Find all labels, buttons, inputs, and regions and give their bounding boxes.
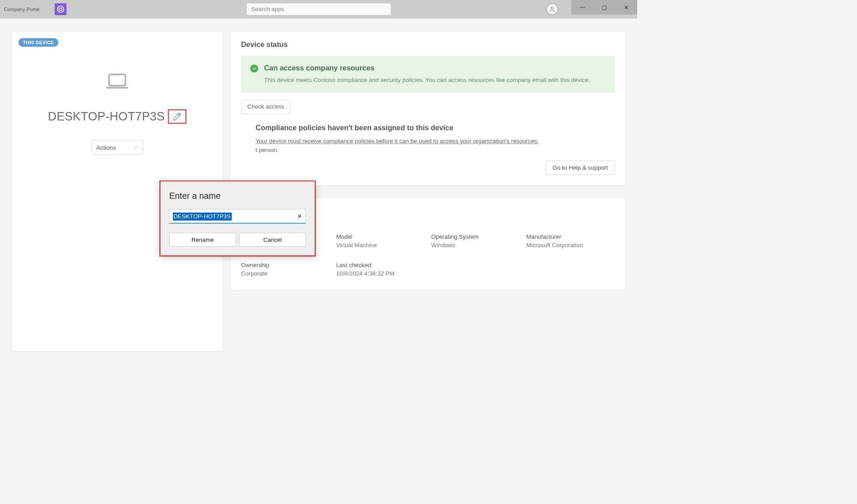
detail-value: Microsoft Corporation <box>526 242 615 249</box>
actions-dropdown[interactable]: Actions <box>92 140 143 155</box>
detail-item: Operating System Windows <box>431 233 520 248</box>
device-icon-wrap <box>19 73 216 91</box>
device-name-row: DESKTOP-HOT7P3S <box>19 109 216 124</box>
clear-input-icon[interactable]: ✕ <box>297 213 302 220</box>
cancel-button[interactable]: Cancel <box>239 233 306 247</box>
svg-point-0 <box>57 6 63 12</box>
chevron-down-icon <box>133 145 138 150</box>
detail-label: Last checked: <box>336 262 425 269</box>
compliance-desc-2: t person. <box>256 146 615 155</box>
detail-value: 10/8/2024 4:36:32 PM <box>336 270 425 277</box>
rename-input[interactable] <box>169 209 306 224</box>
detail-label: Model <box>336 233 425 240</box>
window-controls: — ▢ ✕ <box>571 0 637 15</box>
device-status-section: Device status Can access company resourc… <box>230 31 625 185</box>
check-access-button[interactable]: Check access <box>241 100 291 114</box>
detail-label: Ownership <box>241 262 330 269</box>
edit-name-highlight <box>168 109 187 124</box>
detail-item: Ownership Corporate <box>241 262 330 277</box>
detail-value: Windows <box>431 242 520 249</box>
rename-button[interactable]: Rename <box>169 233 236 247</box>
close-button[interactable]: ✕ <box>615 0 637 15</box>
detail-item: Model Virtual Machine <box>336 233 425 248</box>
help-support-button[interactable]: Go to Help & support <box>546 161 615 175</box>
search-wrap <box>246 3 391 16</box>
status-heading: Device status <box>241 40 615 49</box>
user-icon <box>549 6 556 13</box>
laptop-icon <box>106 73 129 89</box>
search-input[interactable] <box>246 3 391 16</box>
actions-label: Actions <box>97 144 116 151</box>
detail-item: Manufacturer Microsoft Corporation <box>526 233 615 248</box>
compliance-title: Compliance policies haven't been assigne… <box>256 124 615 132</box>
device-name: DESKTOP-HOT7P3S <box>48 110 165 124</box>
rename-dialog-highlight: Enter a name DESKTOP-HOT7P3S ✕ Rename Ca… <box>159 180 316 256</box>
rename-dialog: Enter a name DESKTOP-HOT7P3S ✕ Rename Ca… <box>160 182 315 256</box>
dialog-input-wrap: DESKTOP-HOT7P3S ✕ <box>169 209 306 224</box>
detail-label: Manufacturer <box>526 233 615 240</box>
status-banner: Can access company resources This device… <box>241 56 615 93</box>
minimize-button[interactable]: — <box>571 0 593 15</box>
app-logo <box>54 3 66 15</box>
detail-value: Virtual Machine <box>336 242 425 249</box>
this-device-badge: THIS DEVICE <box>19 38 58 47</box>
dialog-title: Enter a name <box>169 191 306 201</box>
titlebar: Company Portal — ▢ ✕ <box>0 0 637 19</box>
status-desc: This device meets Contoso compliance and… <box>264 76 590 85</box>
svg-point-2 <box>551 7 553 9</box>
svg-point-1 <box>59 8 62 11</box>
status-title: Can access company resources <box>264 64 590 72</box>
dialog-buttons: Rename Cancel <box>169 233 306 247</box>
compliance-desc: Your device must receive compliance poli… <box>256 138 539 145</box>
pencil-icon[interactable] <box>172 112 182 121</box>
detail-value: Corporate <box>241 270 330 277</box>
portal-logo-icon <box>56 5 65 13</box>
app-title: Company Portal <box>4 6 39 12</box>
main-content: THIS DEVICE DESKTOP-HOT7P3S Actions De <box>0 19 637 364</box>
svg-rect-4 <box>106 87 128 89</box>
detail-label: Operating System <box>431 233 520 240</box>
compliance-block: Compliance policies haven't been assigne… <box>241 124 615 155</box>
maximize-button[interactable]: ▢ <box>593 0 616 15</box>
svg-rect-3 <box>109 74 125 85</box>
check-circle-icon <box>250 65 258 73</box>
user-avatar[interactable] <box>546 3 558 15</box>
detail-item: Last checked: 10/8/2024 4:36:32 PM <box>336 262 425 277</box>
